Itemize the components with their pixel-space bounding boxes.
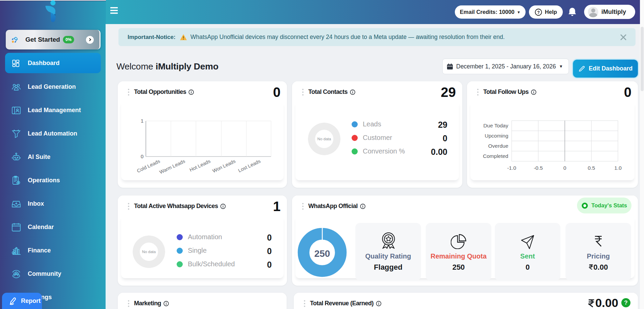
svg-text:?: ? <box>537 10 540 15</box>
svg-text:0.5: 0.5 <box>588 165 595 171</box>
svg-text:0: 0 <box>563 165 567 171</box>
svg-text:0: 0 <box>141 153 143 159</box>
svg-text:Overdue: Overdue <box>488 143 508 149</box>
svg-text:Won Leads: Won Leads <box>212 158 236 173</box>
svg-text:-1.0: -1.0 <box>507 165 516 171</box>
svg-text:Cold Leads: Cold Leads <box>136 158 161 174</box>
svg-text:Completed: Completed <box>483 153 508 159</box>
svg-text:Lost Leads: Lost Leads <box>237 158 261 173</box>
svg-text:No data: No data <box>142 250 156 254</box>
svg-text:1.0: 1.0 <box>614 165 622 171</box>
svg-text:Warm Leads: Warm Leads <box>159 158 186 175</box>
svg-text:-0.5: -0.5 <box>534 165 543 171</box>
svg-text:Hot Leads: Hot Leads <box>189 158 212 172</box>
svg-text:Upcoming: Upcoming <box>485 133 508 139</box>
svg-text:Due Today: Due Today <box>483 123 508 128</box>
svg-text:1: 1 <box>141 118 143 124</box>
svg-text:250: 250 <box>314 248 330 259</box>
svg-text:No data: No data <box>317 137 331 141</box>
